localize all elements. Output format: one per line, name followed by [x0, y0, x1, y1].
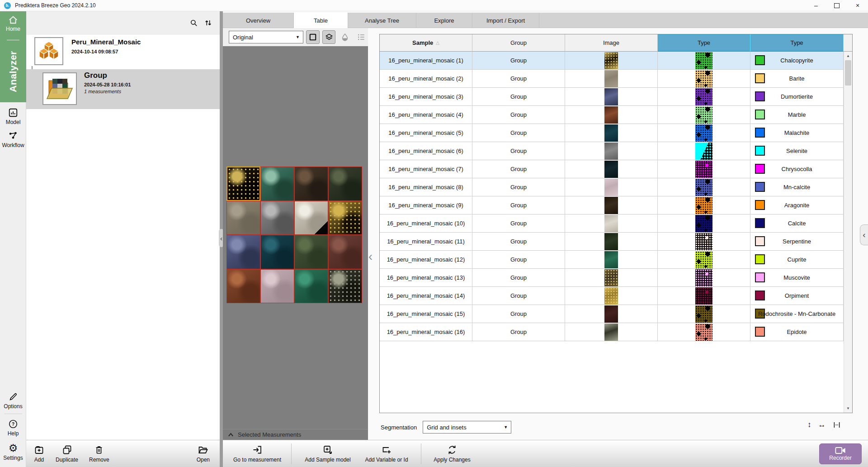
group-item[interactable]: Group 2024-05-28 10:16:01 1 measurements: [26, 69, 220, 109]
mosaic-tile[interactable]: [260, 269, 294, 304]
column-header-sample[interactable]: Sample △: [380, 34, 472, 52]
tab-analyzer[interactable]: Analyzer: [0, 42, 26, 101]
view-list-button[interactable]: [354, 30, 368, 44]
mosaic-tile[interactable]: [260, 235, 294, 269]
mosaic-tile[interactable]: [328, 167, 362, 201]
sidebar-item-settings[interactable]: ⚙ Settings: [0, 443, 26, 461]
type-cell[interactable]: Marble: [750, 106, 844, 124]
minimize-button[interactable]: –: [806, 0, 826, 11]
close-button[interactable]: ×: [847, 0, 868, 11]
add-button[interactable]: Add: [33, 444, 45, 463]
column-header-group[interactable]: Group: [472, 34, 565, 52]
table-row[interactable]: 16_peru_mineral_mosaic (7)GroupChrysocol…: [380, 160, 844, 178]
type-cell[interactable]: Rodochrosite - Mn-Carbonate: [750, 305, 844, 323]
column-header-type-2[interactable]: Type: [750, 34, 844, 52]
project-item[interactable]: Peru_Mineral_Mosaic 2024-10-14 09:08:57: [26, 35, 220, 70]
mosaic-tile[interactable]: [226, 269, 260, 304]
table-row[interactable]: 16_peru_mineral_mosaic (11)GroupSerpenti…: [380, 233, 844, 251]
selected-measurements-bar[interactable]: Selected Measurements: [223, 429, 368, 440]
mosaic-tile[interactable]: [294, 269, 328, 304]
table-row[interactable]: 16_peru_mineral_mosaic (5)GroupMalachite: [380, 124, 844, 142]
type-cell[interactable]: Mn-calcite: [750, 178, 844, 196]
apply-changes-button[interactable]: Apply Changes: [427, 444, 477, 463]
scroll-up-button[interactable]: ▲: [844, 52, 852, 60]
column-header-type-1[interactable]: Type: [658, 34, 750, 52]
image-viewport[interactable]: [223, 46, 368, 429]
panel-splitter[interactable]: ‹: [220, 11, 223, 467]
tab-explore[interactable]: Explore: [416, 13, 472, 28]
column-header-image[interactable]: Image: [565, 34, 658, 52]
type-cell[interactable]: Cuprite: [750, 251, 844, 269]
layer-select[interactable]: Original ▼: [229, 31, 303, 43]
type-cell[interactable]: Epidote: [750, 323, 844, 341]
table-row[interactable]: 16_peru_mineral_mosaic (14)GroupOrpiment: [380, 287, 844, 305]
sidebar-item-options[interactable]: Options: [0, 392, 26, 410]
tab-import-export[interactable]: Import / Export: [472, 13, 539, 28]
table-row[interactable]: 16_peru_mineral_mosaic (16)GroupEpidote: [380, 323, 844, 341]
goto-measurement-button[interactable]: Go to measurement: [229, 444, 285, 463]
type-cell[interactable]: Muscovite: [750, 269, 844, 287]
type-cell[interactable]: Calcite: [750, 214, 844, 233]
tab-table[interactable]: Table: [294, 13, 348, 28]
open-button[interactable]: Open: [197, 444, 210, 463]
type-cell[interactable]: Serpentine: [750, 233, 844, 251]
type-cell[interactable]: Barite: [750, 70, 844, 88]
scroll-down-button[interactable]: ▼: [844, 405, 852, 412]
table-row[interactable]: 16_peru_mineral_mosaic (2)GroupBarite: [380, 70, 844, 88]
type-cell[interactable]: Malachite: [750, 124, 844, 142]
duplicate-button[interactable]: Duplicate: [56, 444, 78, 463]
maximize-button[interactable]: [826, 0, 847, 11]
remove-button[interactable]: Remove: [89, 444, 109, 463]
sidebar-item-model[interactable]: Model: [0, 108, 26, 125]
sidebar-item-workflow[interactable]: Workflow: [0, 131, 26, 148]
mosaic-tile[interactable]: [226, 235, 260, 269]
type-cell[interactable]: Aragonite: [750, 196, 844, 214]
table-row[interactable]: 16_peru_mineral_mosaic (15)GroupRodochro…: [380, 305, 844, 323]
mosaic-tile[interactable]: [328, 235, 362, 269]
vertical-scrollbar[interactable]: ▲ ▼: [844, 52, 852, 413]
add-variable-button[interactable]: Add Variable or Id: [358, 444, 415, 463]
mosaic-tile[interactable]: [328, 269, 362, 304]
sidebar-item-home[interactable]: Home: [0, 15, 26, 32]
search-icon[interactable]: [189, 19, 198, 27]
collapse-viewer-handle[interactable]: ‹: [368, 250, 373, 264]
mosaic-tile[interactable]: [294, 201, 328, 235]
resize-vertical-icon[interactable]: ↕: [807, 420, 811, 429]
column-width-icon[interactable]: [833, 421, 841, 429]
type-cell[interactable]: Dumortierite: [750, 88, 844, 106]
table-row[interactable]: 16_peru_mineral_mosaic (4)GroupMarble: [380, 106, 844, 124]
resize-horizontal-icon[interactable]: ↔: [818, 420, 826, 429]
mosaic-tile[interactable]: [226, 201, 260, 235]
scrollbar-thumb[interactable]: [845, 60, 851, 86]
recorder-button[interactable]: Recorder: [819, 443, 862, 464]
mosaic-tile[interactable]: [328, 201, 362, 235]
tab-overview[interactable]: Overview: [223, 13, 294, 28]
table-row[interactable]: 16_peru_mineral_mosaic (3)GroupDumortier…: [380, 88, 844, 106]
mosaic-tile[interactable]: [260, 201, 294, 235]
table-row[interactable]: 16_peru_mineral_mosaic (12)GroupCuprite: [380, 251, 844, 269]
mosaic-tile[interactable]: [294, 167, 328, 201]
window-controls: – ×: [806, 0, 868, 11]
table-row[interactable]: 16_peru_mineral_mosaic (10)GroupCalcite: [380, 214, 844, 233]
type-cell[interactable]: Chalcopyrite: [750, 52, 844, 70]
mosaic-tile[interactable]: [260, 167, 294, 201]
collapse-right-panel-handle[interactable]: ‹: [860, 224, 868, 245]
type-cell[interactable]: Chrysocolla: [750, 160, 844, 178]
table-row[interactable]: 16_peru_mineral_mosaic (6)GroupSelenite: [380, 142, 844, 160]
mosaic-tile[interactable]: [226, 167, 260, 201]
type-cell[interactable]: Orpiment: [750, 287, 844, 305]
sort-icon[interactable]: [204, 19, 212, 27]
view-frame-button[interactable]: [306, 30, 320, 44]
table-row[interactable]: 16_peru_mineral_mosaic (9)GroupAragonite: [380, 196, 844, 214]
add-sample-model-button[interactable]: Add Sample model: [297, 444, 358, 463]
table-row[interactable]: 16_peru_mineral_mosaic (13)GroupMuscovit…: [380, 269, 844, 287]
view-layers-button[interactable]: [322, 30, 336, 44]
sidebar-item-help[interactable]: ? Help: [0, 419, 26, 437]
view-contrast-button[interactable]: [338, 30, 352, 44]
segmentation-select[interactable]: Grid and insets ▼: [423, 421, 511, 434]
table-row[interactable]: 16_peru_mineral_mosaic (1)GroupChalcopyr…: [380, 52, 844, 70]
table-row[interactable]: 16_peru_mineral_mosaic (8)GroupMn-calcit…: [380, 178, 844, 196]
type-cell[interactable]: Selenite: [750, 142, 844, 160]
mosaic-tile[interactable]: [294, 235, 328, 269]
tab-analyse-tree[interactable]: Analyse Tree: [348, 13, 416, 28]
